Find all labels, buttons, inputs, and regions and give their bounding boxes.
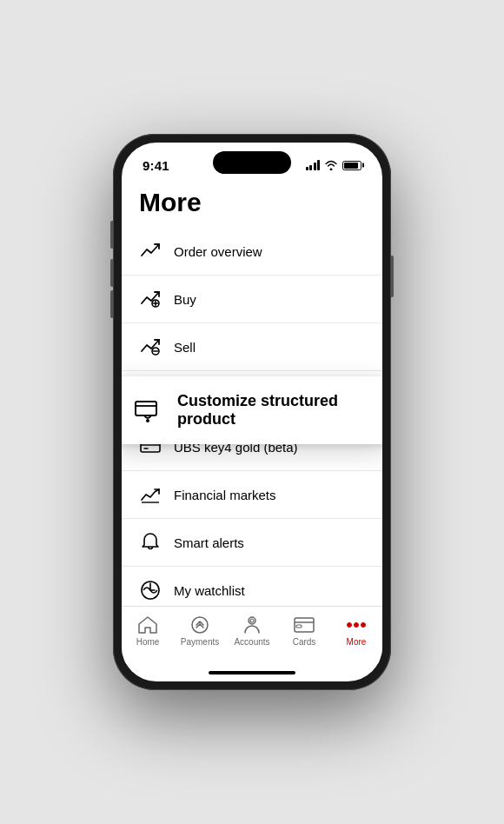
sell-label: Sell bbox=[174, 340, 196, 355]
phone-frame: 9:41 More bbox=[113, 134, 391, 690]
menu-item-buy[interactable]: Buy bbox=[122, 276, 382, 323]
tooltip-icon bbox=[132, 395, 163, 426]
battery-icon bbox=[342, 161, 361, 170]
svg-point-22 bbox=[355, 623, 359, 628]
home-nav-icon bbox=[137, 615, 158, 635]
menu-item-order-overview[interactable]: Order overview bbox=[122, 228, 382, 276]
tooltip-label: Customize structured product bbox=[177, 392, 372, 429]
main-content: More Order overview bbox=[122, 181, 382, 606]
svg-point-21 bbox=[348, 623, 352, 628]
payments-nav-icon bbox=[189, 615, 210, 635]
status-time: 9:41 bbox=[143, 158, 169, 173]
nav-item-cards[interactable]: Cards bbox=[278, 612, 330, 650]
svg-point-16 bbox=[249, 617, 255, 624]
status-icons bbox=[306, 160, 362, 170]
svg-point-17 bbox=[250, 619, 254, 622]
watchlist-icon bbox=[139, 579, 162, 601]
payments-nav-label: Payments bbox=[181, 637, 219, 647]
menu-item-financial[interactable]: Financial markets bbox=[122, 471, 382, 519]
order-overview-label: Order overview bbox=[174, 244, 262, 259]
nav-item-accounts[interactable]: Accounts bbox=[226, 612, 278, 650]
financial-label: Financial markets bbox=[174, 488, 276, 502]
home-nav-label: Home bbox=[136, 637, 160, 647]
buy-icon bbox=[139, 288, 162, 310]
tooltip-overlay[interactable]: Customize structured product bbox=[122, 376, 382, 444]
nav-item-home[interactable]: Home bbox=[122, 612, 174, 650]
nav-item-more[interactable]: More bbox=[330, 612, 382, 650]
smart-alerts-icon bbox=[139, 531, 162, 554]
more-nav-icon bbox=[346, 615, 367, 635]
dynamic-island bbox=[213, 151, 291, 174]
page-title: More bbox=[122, 181, 382, 228]
wifi-icon bbox=[324, 160, 338, 170]
buy-label: Buy bbox=[174, 292, 196, 307]
more-nav-label: More bbox=[347, 637, 367, 647]
cards-nav-icon bbox=[294, 615, 315, 635]
svg-rect-12 bbox=[136, 402, 156, 415]
home-indicator bbox=[122, 664, 382, 681]
svg-rect-20 bbox=[296, 625, 302, 628]
order-overview-icon bbox=[139, 240, 162, 262]
phone-screen: 9:41 More bbox=[122, 143, 382, 681]
cards-nav-label: Cards bbox=[293, 637, 316, 647]
svg-point-14 bbox=[146, 419, 149, 422]
menu-item-smart-alerts[interactable]: Smart alerts bbox=[122, 519, 382, 567]
signal-icon bbox=[306, 160, 321, 170]
bottom-nav: Home Payments bbox=[122, 606, 382, 664]
menu-item-sell[interactable]: Sell bbox=[122, 323, 382, 371]
menu-item-watchlist[interactable]: My watchlist bbox=[122, 567, 382, 606]
accounts-nav-icon bbox=[242, 615, 262, 635]
svg-point-23 bbox=[361, 623, 366, 628]
sell-icon bbox=[139, 336, 162, 358]
home-bar bbox=[209, 671, 295, 674]
smart-alerts-label: Smart alerts bbox=[174, 535, 244, 550]
accounts-nav-label: Accounts bbox=[234, 637, 269, 647]
financial-icon bbox=[139, 483, 162, 506]
watchlist-label: My watchlist bbox=[174, 583, 245, 598]
nav-item-payments[interactable]: Payments bbox=[174, 612, 226, 650]
